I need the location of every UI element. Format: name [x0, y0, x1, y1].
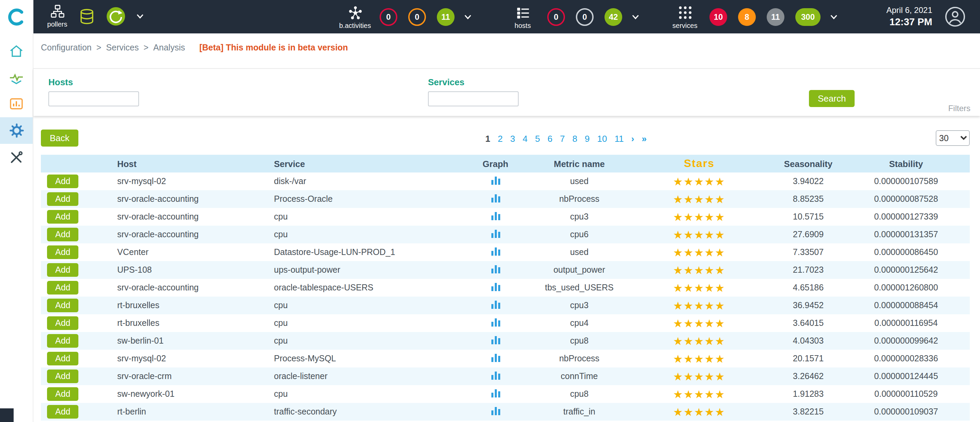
sidebar-item-home[interactable]	[0, 38, 33, 64]
chevron-down-icon[interactable]	[135, 12, 145, 21]
add-button[interactable]: Add	[47, 369, 79, 383]
chevron-down-icon[interactable]	[463, 13, 473, 21]
add-button[interactable]: Add	[47, 245, 79, 259]
pagination-last[interactable]: »	[642, 134, 646, 144]
graph-icon[interactable]	[491, 247, 500, 256]
pagination-page-3[interactable]: 3	[510, 134, 515, 144]
pagination-page-11[interactable]: 11	[615, 134, 624, 144]
add-button[interactable]: Add	[47, 192, 79, 206]
add-button[interactable]: Add	[47, 334, 79, 348]
monitoring-icon	[8, 69, 24, 86]
date-text: April 6, 2021	[886, 5, 932, 15]
back-button[interactable]: Back	[41, 129, 78, 147]
service-cell: Datastore-Usage-LUN-PROD_1	[266, 247, 457, 257]
graph-icon[interactable]	[491, 371, 500, 380]
add-button[interactable]: Add	[47, 228, 79, 241]
hosts-menu[interactable]: hosts 0042	[504, 0, 641, 33]
add-button[interactable]: Add	[47, 352, 79, 365]
host-cell: rt-berlin	[109, 407, 266, 417]
export-configuration-icon[interactable]	[106, 6, 126, 27]
orange-counter-badge[interactable]: 8	[738, 8, 756, 25]
stability-cell: 0.000000109037	[842, 407, 970, 417]
stability-cell: 0.000000087528	[842, 194, 970, 204]
sidebar-item-administration[interactable]	[0, 144, 33, 170]
pollers-menu[interactable]: pollers	[38, 3, 76, 28]
graph-icon[interactable]	[491, 176, 500, 185]
stability-cell: 0.000000131357	[842, 230, 970, 239]
graph-icon[interactable]	[491, 389, 500, 398]
graph-icon[interactable]	[491, 335, 500, 344]
breadcrumb-analysis[interactable]: Analysis	[153, 43, 185, 53]
pagination-page-2[interactable]: 2	[498, 134, 503, 144]
host-cell: srv-oracle-accounting	[109, 283, 266, 293]
pagination-page-4[interactable]: 4	[523, 134, 528, 144]
pagination-page-8[interactable]: 8	[573, 134, 577, 144]
business-activities-label: b.activities	[339, 21, 371, 29]
page-size-select[interactable]: 30	[936, 130, 970, 146]
orange-counter-badge[interactable]: 0	[408, 8, 426, 25]
graph-icon[interactable]	[491, 353, 500, 362]
add-button[interactable]: Add	[47, 210, 79, 224]
hosts-filter-input[interactable]	[48, 91, 139, 106]
breadcrumb-separator: >	[143, 43, 149, 53]
sidebar-item-reporting[interactable]	[0, 91, 33, 117]
red-counter-badge[interactable]: 10	[710, 8, 727, 25]
pagination-page-10[interactable]: 10	[597, 134, 607, 144]
home-icon	[8, 43, 24, 59]
search-button[interactable]: Search	[809, 90, 854, 107]
pagination-page-5[interactable]: 5	[535, 134, 540, 144]
graph-icon[interactable]	[491, 282, 500, 291]
add-button[interactable]: Add	[47, 405, 79, 419]
add-button[interactable]: Add	[47, 299, 79, 312]
green-counter-badge[interactable]: 300	[795, 8, 821, 25]
breadcrumb-services[interactable]: Services	[106, 43, 139, 53]
breadcrumb-configuration[interactable]: Configuration	[41, 43, 92, 53]
services-badges: 10811300	[710, 8, 821, 25]
graph-icon[interactable]	[491, 264, 500, 273]
red-counter-badge[interactable]: 0	[547, 8, 565, 25]
services-menu[interactable]: services 10811300	[666, 0, 839, 33]
services-filter-label: Services	[428, 77, 519, 87]
seasonality-cell: 4.04303	[774, 336, 842, 346]
metric-cell: cpu3	[534, 212, 624, 221]
graph-icon[interactable]	[491, 211, 500, 220]
chevron-down-icon[interactable]	[829, 13, 839, 21]
pagination-page-9[interactable]: 9	[585, 134, 590, 144]
graph-icon[interactable]	[491, 406, 500, 415]
chevron-down-icon[interactable]	[630, 13, 641, 21]
graph-icon[interactable]	[491, 318, 500, 326]
add-button[interactable]: Add	[47, 316, 79, 330]
add-button[interactable]: Add	[47, 175, 79, 188]
user-avatar[interactable]	[945, 6, 966, 27]
graph-icon[interactable]	[491, 300, 500, 309]
add-button[interactable]: Add	[47, 281, 79, 295]
pagination-page-1[interactable]: 1	[485, 134, 490, 144]
graph-icon[interactable]	[491, 229, 500, 238]
green-counter-badge[interactable]: 11	[437, 8, 455, 25]
grey-counter-badge[interactable]: 0	[576, 8, 593, 25]
grey-counter-badge[interactable]: 11	[767, 8, 784, 25]
add-button[interactable]: Add	[47, 387, 79, 401]
host-cell: srv-mysql-02	[109, 354, 266, 363]
green-counter-badge[interactable]: 42	[605, 8, 622, 25]
sidebar-footer-toggle[interactable]	[0, 408, 14, 422]
seasonality-cell: 3.64015	[774, 318, 842, 328]
business-activities-menu[interactable]: b.activities 0011	[336, 0, 473, 33]
add-button[interactable]: Add	[47, 263, 79, 277]
database-icon[interactable]	[78, 8, 96, 26]
pagination-next[interactable]: ›	[632, 134, 635, 144]
centreon-logo[interactable]	[0, 0, 33, 33]
sidebar-item-monitoring[interactable]	[0, 64, 33, 91]
services-filter-input[interactable]	[428, 91, 519, 106]
column-header-stability: Stability	[842, 159, 970, 169]
filters-toggle[interactable]: Filters	[948, 104, 970, 113]
stars-rating: ★★★★★	[624, 193, 774, 205]
metric-cell: tbs_used_USERS	[534, 283, 624, 293]
pagination-page-7[interactable]: 7	[560, 134, 565, 144]
graph-icon[interactable]	[491, 194, 500, 202]
services-icon	[677, 5, 693, 20]
sidebar-item-configuration[interactable]	[0, 117, 33, 144]
red-counter-badge[interactable]: 0	[380, 8, 397, 25]
pagination-page-6[interactable]: 6	[547, 134, 552, 144]
pagination: 1234567891011›»	[152, 134, 980, 144]
